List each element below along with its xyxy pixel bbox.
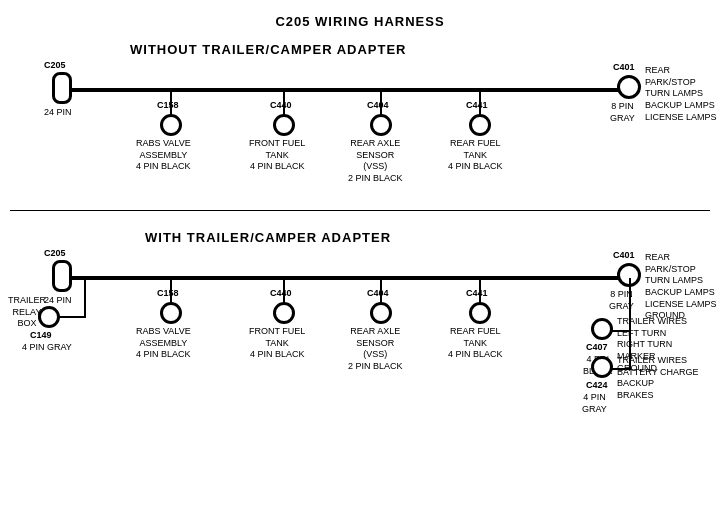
wire-s1-main [70, 88, 630, 92]
c205-s2 [52, 260, 72, 292]
c404-s1-id: C404 [367, 100, 389, 112]
c205-s1-pin: 24 PIN [44, 107, 72, 119]
c440-s1 [273, 114, 295, 136]
c424-id: C424 [586, 380, 608, 392]
c205-s1-label: C205 [44, 60, 66, 72]
c401-s1-pin: 8 PINGRAY [610, 101, 635, 124]
c205-s2-label: C205 [44, 248, 66, 260]
c441-s1-id: C441 [466, 100, 488, 112]
diagram: C205 WIRING HARNESS WITHOUT TRAILER/CAMP… [0, 0, 720, 500]
c401-s1-desc: REAR PARK/STOPTURN LAMPSBACKUP LAMPSLICE… [645, 65, 720, 123]
c149-pin: 4 PIN GRAY [22, 342, 72, 354]
c158-s2-id: C158 [157, 288, 179, 300]
c424-desc: TRAILER WIRESBATTERY CHARGEBACKUPBRAKES [617, 355, 699, 402]
c440-s2 [273, 302, 295, 324]
c401-s2-desc: REAR PARK/STOPTURN LAMPSBACKUP LAMPSLICE… [645, 252, 720, 322]
c158-s2-desc: RABS VALVEASSEMBLY4 PIN BLACK [136, 326, 191, 361]
section2-label: WITH TRAILER/CAMPER ADAPTER [145, 230, 391, 245]
c401-s2-id: C401 [613, 250, 635, 262]
c404-s1 [370, 114, 392, 136]
c441-s2-desc: REAR FUELTANK4 PIN BLACK [448, 326, 503, 361]
c401-s1-id: C401 [613, 62, 635, 74]
c205-s1 [52, 72, 72, 104]
c407 [591, 318, 613, 340]
c441-s2-id: C441 [466, 288, 488, 300]
c149 [38, 306, 60, 328]
c149-id: C149 [30, 330, 52, 342]
wire-trailer-relay [84, 278, 86, 318]
c440-s1-id: C440 [270, 100, 292, 112]
c404-s1-desc: REAR AXLESENSOR(VSS)2 PIN BLACK [348, 138, 403, 185]
c440-s1-desc: FRONT FUELTANK4 PIN BLACK [249, 138, 305, 173]
c404-s2-id: C404 [367, 288, 389, 300]
c441-s1 [469, 114, 491, 136]
c404-s2 [370, 302, 392, 324]
c158-s1-desc: RABS VALVEASSEMBLY4 PIN BLACK [136, 138, 191, 173]
c205-s2-pin: 24 PIN [44, 295, 72, 307]
c440-s2-id: C440 [270, 288, 292, 300]
c407-id: C407 [586, 342, 608, 354]
c424-pin: 4 PINGRAY [582, 392, 607, 415]
section1-label: WITHOUT TRAILER/CAMPER ADAPTER [130, 42, 407, 57]
c424 [591, 356, 613, 378]
page-title: C205 WIRING HARNESS [0, 6, 720, 29]
c441-s2 [469, 302, 491, 324]
c440-s2-desc: FRONT FUELTANK4 PIN BLACK [249, 326, 305, 361]
divider [10, 210, 710, 211]
c404-s2-desc: REAR AXLESENSOR(VSS)2 PIN BLACK [348, 326, 403, 373]
c158-s1-id: C158 [157, 100, 179, 112]
c158-s1 [160, 114, 182, 136]
c158-s2 [160, 302, 182, 324]
c401-s1 [617, 75, 641, 99]
c441-s1-desc: REAR FUELTANK4 PIN BLACK [448, 138, 503, 173]
wire-s2-main [70, 276, 630, 280]
